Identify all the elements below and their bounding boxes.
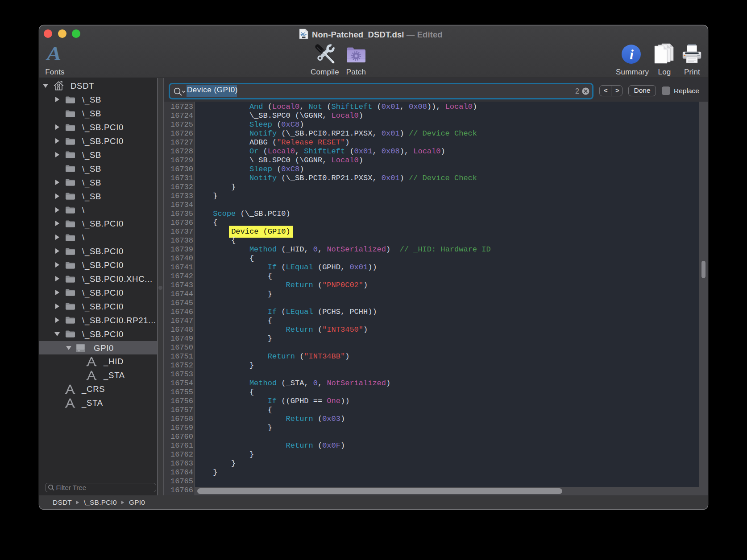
svg-text:i: i [630, 46, 634, 62]
